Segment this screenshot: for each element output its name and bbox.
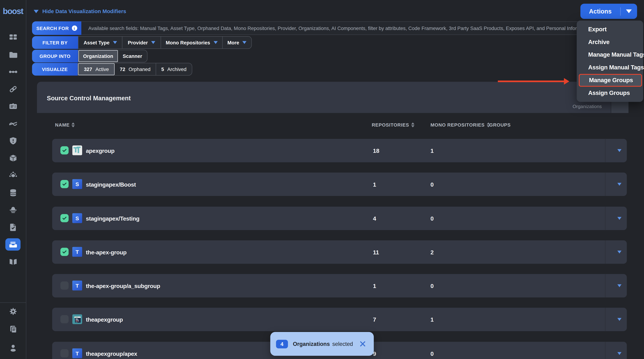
sidebar-item-integrations[interactable] [0, 82, 26, 96]
menu-item-archive[interactable]: Archive [577, 36, 643, 48]
copy-list-icon [8, 324, 18, 334]
sidebar-item-account[interactable] [0, 341, 26, 355]
actions-caret[interactable] [621, 10, 637, 13]
menu-item-assign-manual-tags[interactable]: Assign Manual Tags [577, 61, 643, 74]
row-expand-caret[interactable] [612, 308, 627, 331]
org-avatar: S [72, 179, 82, 189]
repositories-count: 18 [373, 139, 380, 162]
visualize-options: 327Active 72Orphaned 5Archived [78, 63, 192, 76]
more-dropdown[interactable]: More [223, 36, 252, 48]
sidebar-item-databases[interactable] [0, 186, 26, 200]
group-option-scanner[interactable]: Scanner [118, 50, 147, 62]
column-header-name[interactable]: NAME [55, 122, 75, 127]
table-row[interactable]: T the-apex-group/a_subgroup 1 0 [52, 274, 627, 297]
row-divider [605, 308, 605, 331]
sort-icon [411, 122, 414, 127]
row-checkbox[interactable] [60, 146, 69, 154]
panel-title: Source Control Management [47, 94, 131, 102]
group-into-label: GROUP INTO [40, 54, 70, 58]
column-header-mono-repositories[interactable]: MONO REPOSITORIES [430, 122, 490, 127]
sidebar-item-scanners[interactable] [0, 203, 26, 217]
column-header-repositories[interactable]: REPOSITORIES [372, 122, 414, 127]
filter-by-pill: FILTER BY [32, 36, 78, 49]
info-icon[interactable]: i [72, 26, 77, 31]
source-control-panel: Source Control Management Organizations [37, 82, 628, 113]
row-checkbox[interactable] [60, 281, 69, 290]
org-avatar [72, 314, 82, 324]
mono-repositories-dropdown[interactable]: Mono Repositories [161, 36, 223, 48]
menu-item-manage-manual-tags[interactable]: Manage Manual Tags [577, 48, 643, 61]
row-checkbox[interactable] [60, 349, 69, 358]
repositories-count: 4 [373, 207, 376, 230]
check-icon [62, 181, 68, 187]
close-icon[interactable] [360, 341, 366, 347]
document-check-icon [8, 222, 18, 232]
org-avatar [72, 146, 82, 155]
actions-button[interactable]: Actions [580, 4, 637, 19]
sidebar-item-dashboard[interactable] [0, 30, 26, 44]
repositories-count: 1 [373, 172, 376, 196]
group-into-options: Organization Scanner [78, 50, 148, 62]
row-checkbox[interactable] [60, 248, 69, 256]
row-expand-caret[interactable] [612, 342, 627, 359]
menu-item-manage-groups[interactable]: Manage Groups [579, 74, 642, 87]
row-expand-caret[interactable] [612, 207, 627, 230]
org-avatar: T [72, 280, 82, 290]
mono-repositories-count: 2 [430, 240, 434, 264]
row-checkbox[interactable] [60, 214, 69, 222]
sidebar-item-reports[interactable] [0, 220, 26, 234]
selection-toast: 4 Organizations selected [270, 332, 374, 356]
scanner-hat-icon [8, 205, 18, 215]
table-row[interactable]: apexgroup 18 1 [52, 139, 627, 162]
chevron-down-icon [113, 41, 117, 44]
table-row[interactable]: S stagingapex/Boost 1 0 [52, 172, 627, 196]
table-row[interactable]: theapexgroup 7 1 [52, 308, 627, 331]
row-checkbox[interactable] [60, 315, 69, 324]
chevron-down-icon [242, 41, 246, 44]
row-divider [605, 207, 605, 230]
sidebar-item-settings[interactable] [0, 304, 26, 318]
sidebar-item-deployments[interactable] [0, 168, 26, 182]
actions-button-label: Actions [580, 8, 620, 15]
mono-repositories-count: 1 [430, 308, 434, 331]
org-avatar: S [72, 213, 82, 223]
org-name: the-apex-group [86, 240, 126, 264]
table-row[interactable]: T the-apex-group 11 2 [52, 240, 627, 264]
visualize-option-archived[interactable]: 5Archived [156, 63, 192, 75]
search-field-bar[interactable]: Available search fields: Manual Tags, As… [81, 22, 634, 35]
provider-dropdown[interactable]: Provider [122, 36, 161, 48]
org-avatar: T [72, 348, 82, 358]
column-header-groups[interactable]: GROUPS [489, 122, 511, 127]
annotation-arrow [498, 80, 570, 83]
toast-entity: Organizations [293, 341, 330, 347]
sidebar-item-docs[interactable] [0, 255, 26, 269]
sidebar-item-security[interactable] [0, 134, 26, 148]
row-expand-caret[interactable] [612, 240, 627, 264]
menu-item-assign-groups[interactable]: Assign Groups [577, 87, 643, 100]
sidebar-item-audit-log[interactable] [0, 322, 26, 336]
search-for-pill: SEARCH FOR i [32, 22, 81, 35]
sidebar-item-connections[interactable] [0, 65, 26, 79]
grouping-label: Organizations [573, 104, 602, 109]
asset-type-dropdown[interactable]: Asset Type [78, 36, 122, 48]
row-expand-caret[interactable] [612, 274, 627, 297]
sidebar-item-trends[interactable] [0, 117, 26, 131]
sidebar-item-packages[interactable] [0, 151, 26, 165]
row-expand-caret[interactable] [612, 139, 627, 162]
visualize-option-orphaned[interactable]: 72Orphaned [115, 63, 156, 75]
hide-modifiers-toggle[interactable]: Hide Data Visualization Modifiers [34, 8, 126, 14]
org-avatar: T [72, 247, 82, 257]
row-expand-caret[interactable] [612, 172, 627, 196]
sidebar-item-assets[interactable] [0, 48, 26, 62]
sidebar-item-inventory-active[interactable] [0, 238, 26, 252]
group-option-organization[interactable]: Organization [78, 50, 118, 62]
menu-item-export[interactable]: Export [577, 23, 643, 36]
row-checkbox[interactable] [60, 180, 69, 188]
table-row[interactable]: S stagingapex/Testing 4 0 [52, 207, 627, 230]
sidebar-item-inventory-card[interactable] [0, 100, 26, 114]
org-name: theapexgroup/apex [86, 342, 137, 359]
inventory-tray-icon [8, 240, 18, 250]
visualize-option-active[interactable]: 327Active [78, 63, 115, 75]
filter-dropdown-group: Asset Type Provider Mono Repositories Mo… [78, 36, 252, 49]
id-card-icon [8, 102, 18, 111]
